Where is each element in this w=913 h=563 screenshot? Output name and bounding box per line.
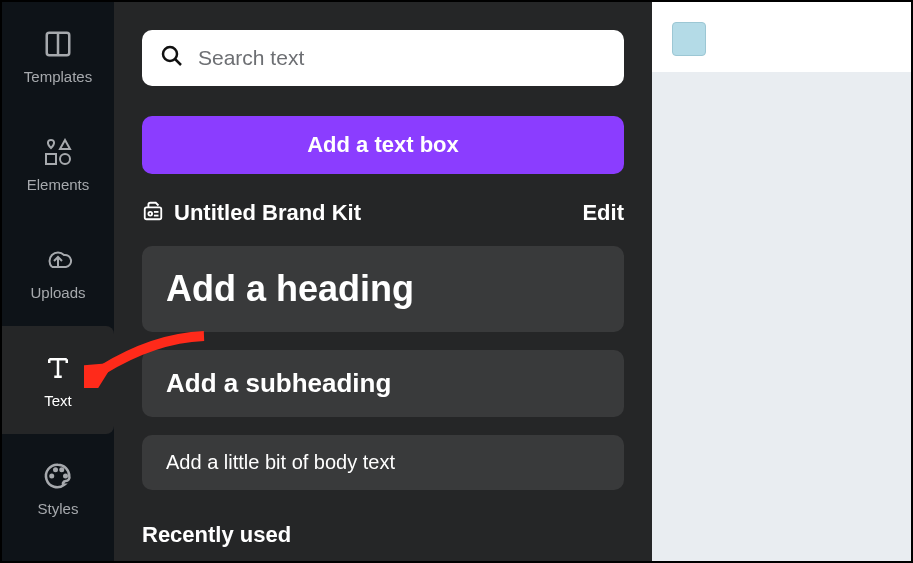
brand-kit-row: Untitled Brand Kit Edit xyxy=(142,200,624,226)
svg-point-18 xyxy=(148,212,152,216)
svg-point-12 xyxy=(54,468,57,471)
svg-rect-3 xyxy=(46,154,56,164)
brand-kit-edit-button[interactable]: Edit xyxy=(582,200,624,226)
styles-icon xyxy=(42,460,74,492)
sidebar-item-styles[interactable]: Styles xyxy=(2,434,114,542)
svg-marker-2 xyxy=(60,140,70,149)
uploads-icon xyxy=(42,244,74,276)
sidebar-item-elements[interactable]: Elements xyxy=(2,110,114,218)
search-container xyxy=(142,30,624,86)
sidebar-item-templates[interactable]: Templates xyxy=(2,2,114,110)
sidebar-label: Uploads xyxy=(30,284,85,301)
templates-icon xyxy=(42,28,74,60)
brand-kit-icon xyxy=(142,200,164,226)
svg-point-4 xyxy=(60,154,70,164)
sidebar-label: Templates xyxy=(24,68,92,85)
brand-kit-name: Untitled Brand Kit xyxy=(174,200,361,226)
canvas-toolbar xyxy=(652,2,911,72)
search-icon xyxy=(160,44,184,72)
add-body-text-button[interactable]: Add a little bit of body text xyxy=(142,435,624,490)
add-heading-button[interactable]: Add a heading xyxy=(142,246,624,332)
svg-point-13 xyxy=(61,468,64,471)
text-icon xyxy=(42,352,74,384)
search-input[interactable] xyxy=(198,46,606,70)
brand-kit-left: Untitled Brand Kit xyxy=(142,200,361,226)
sidebar-label: Styles xyxy=(38,500,79,517)
sidebar-item-uploads[interactable]: Uploads xyxy=(2,218,114,326)
add-text-box-button[interactable]: Add a text box xyxy=(142,116,624,174)
sidebar-item-text[interactable]: Text xyxy=(2,326,114,434)
text-panel: Add a text box Untitled Brand Kit Edit A… xyxy=(114,2,652,561)
svg-point-14 xyxy=(64,474,67,477)
svg-rect-17 xyxy=(145,207,162,219)
add-subheading-button[interactable]: Add a subheading xyxy=(142,350,624,417)
sidebar: Templates Elements Upload xyxy=(2,2,114,561)
canvas-area[interactable] xyxy=(652,2,911,561)
color-swatch[interactable] xyxy=(672,22,706,56)
elements-icon xyxy=(42,136,74,168)
svg-point-11 xyxy=(51,474,54,477)
recently-used-heading: Recently used xyxy=(142,522,624,548)
svg-line-16 xyxy=(175,59,181,65)
svg-point-15 xyxy=(163,47,177,61)
sidebar-label: Elements xyxy=(27,176,90,193)
sidebar-label: Text xyxy=(44,392,72,409)
